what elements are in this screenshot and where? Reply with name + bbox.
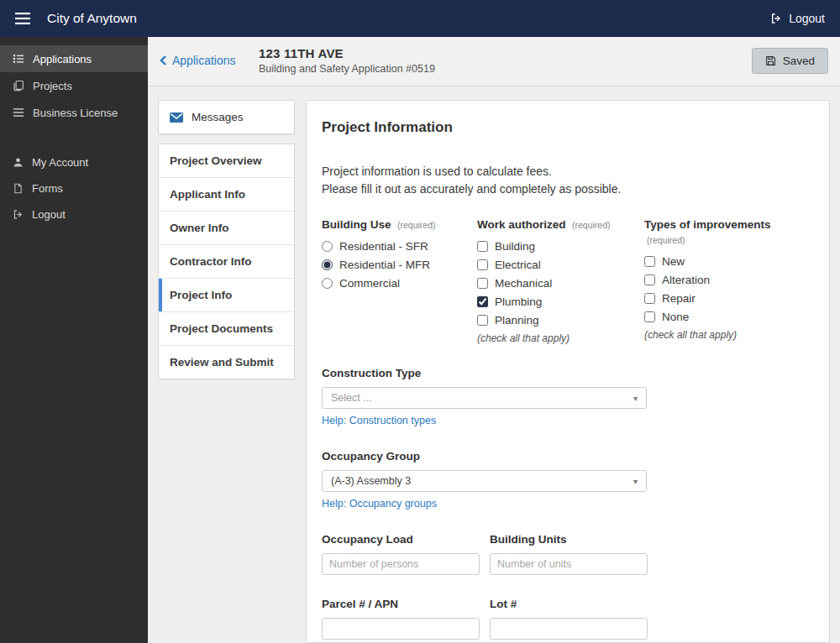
sidebar-item-business-license[interactable]: Business License bbox=[0, 99, 148, 126]
app-shell: Applications Projects Business License bbox=[0, 37, 840, 643]
sidebar-item-label: Applications bbox=[33, 54, 92, 65]
construction-type-select[interactable]: Select ... ▾ bbox=[322, 387, 647, 409]
option-label: Planning bbox=[495, 314, 539, 327]
back-link-label: Applications bbox=[172, 54, 236, 67]
required-label: (required) bbox=[647, 235, 685, 245]
sidebar-item-label: Projects bbox=[33, 81, 72, 91]
new-checkbox[interactable] bbox=[644, 256, 655, 267]
checkbox-option-none[interactable]: None bbox=[644, 311, 812, 323]
sidebar-item-projects[interactable]: Projects bbox=[0, 72, 148, 99]
application-nav: Messages Project Overview Applicant Info… bbox=[158, 100, 295, 643]
residential-sfr-radio[interactable] bbox=[322, 241, 333, 252]
building-units-label: Building Units bbox=[490, 533, 648, 546]
work-authorized-group: Work authorized (required) Building Elec… bbox=[477, 217, 644, 344]
occupancy-group-label: Occupancy Group bbox=[322, 450, 812, 463]
construction-types-help-link[interactable]: Help: Construction types bbox=[322, 415, 436, 426]
parcel-apn-field: Parcel # / APN bbox=[322, 598, 480, 640]
commercial-radio[interactable] bbox=[322, 278, 333, 289]
parcel-apn-label: Parcel # / APN bbox=[322, 598, 480, 610]
improvements-group: Types of improvements (required) New Alt… bbox=[644, 217, 812, 344]
sidebar: Applications Projects Business License bbox=[0, 37, 148, 643]
checkbox-option-building[interactable]: Building bbox=[477, 240, 644, 253]
building-use-group: Building Use (required) Residential - SF… bbox=[322, 217, 477, 344]
occupancy-groups-help-link[interactable]: Help: Occupancy groups bbox=[322, 498, 437, 510]
radio-option-residential-sfr[interactable]: Residential - SFR bbox=[322, 240, 477, 253]
occupancy-group-section: Occupancy Group (A-3) Assembly 3 ▾ Help:… bbox=[322, 450, 812, 510]
document-icon bbox=[13, 183, 24, 194]
radio-option-commercial[interactable]: Commercial bbox=[322, 277, 477, 290]
intro-line: Project information is used to calculate… bbox=[322, 163, 812, 180]
option-label: Plumbing bbox=[495, 295, 542, 308]
panel-title: Project Information bbox=[322, 119, 812, 136]
sidebar-item-logout[interactable]: Logout bbox=[0, 201, 148, 227]
page-header: Applications 123 11TH AVE Building and S… bbox=[148, 37, 840, 86]
caret-down-icon: ▾ bbox=[633, 477, 638, 486]
nav-item-owner-info[interactable]: Owner Info bbox=[159, 212, 294, 245]
radio-option-residential-mfr[interactable]: Residential - MFR bbox=[322, 259, 477, 271]
messages-button[interactable]: Messages bbox=[158, 100, 295, 134]
main-area: Applications 123 11TH AVE Building and S… bbox=[148, 37, 840, 643]
nav-item-project-overview[interactable]: Project Overview bbox=[159, 144, 294, 178]
nav-item-project-documents[interactable]: Project Documents bbox=[159, 312, 294, 346]
repair-checkbox[interactable] bbox=[644, 293, 655, 304]
residential-mfr-radio[interactable] bbox=[322, 259, 333, 270]
menu-icon[interactable] bbox=[15, 13, 30, 24]
projects-icon bbox=[13, 80, 24, 91]
building-use-label: Building Use (required) bbox=[322, 217, 477, 232]
option-label: New bbox=[662, 255, 685, 268]
select-placeholder: Select ... bbox=[331, 392, 372, 404]
checkbox-option-plumbing[interactable]: Plumbing bbox=[477, 295, 644, 308]
work-authorized-label: Work authorized (required) bbox=[477, 217, 644, 232]
none-checkbox[interactable] bbox=[644, 311, 655, 322]
page-title: 123 11TH AVE bbox=[259, 46, 435, 60]
checkbox-option-planning[interactable]: Planning bbox=[477, 314, 644, 327]
option-label: Alteration bbox=[662, 274, 710, 286]
alteration-checkbox[interactable] bbox=[644, 274, 655, 285]
plumbing-checkbox[interactable] bbox=[477, 296, 488, 307]
sidebar-item-label: Business License bbox=[33, 107, 118, 118]
occupancy-load-units-row: Occupancy Load Building Units bbox=[322, 533, 812, 575]
option-label: Mechanical bbox=[495, 277, 552, 290]
topbar-logout-button[interactable]: Logout bbox=[770, 12, 825, 25]
parcel-apn-input[interactable] bbox=[322, 618, 480, 640]
occupancy-load-label: Occupancy Load bbox=[322, 533, 480, 546]
electrical-checkbox[interactable] bbox=[477, 259, 488, 270]
nav-item-applicant-info[interactable]: Applicant Info bbox=[159, 178, 294, 212]
checkbox-option-new[interactable]: New bbox=[644, 255, 812, 268]
option-label: Electrical bbox=[495, 259, 541, 271]
check-all-note: (check all that apply) bbox=[644, 329, 812, 341]
checkbox-option-electrical[interactable]: Electrical bbox=[477, 259, 644, 271]
caret-down-icon: ▾ bbox=[633, 394, 638, 403]
required-label: (required) bbox=[572, 220, 611, 230]
checkbox-option-mechanical[interactable]: Mechanical bbox=[477, 277, 644, 290]
checkbox-option-alteration[interactable]: Alteration bbox=[644, 274, 812, 286]
improvements-label: Types of improvements (required) bbox=[644, 217, 812, 247]
nav-item-review-and-submit[interactable]: Review and Submit bbox=[159, 346, 294, 379]
mechanical-checkbox[interactable] bbox=[477, 278, 488, 289]
sidebar-item-my-account[interactable]: My Account bbox=[0, 149, 148, 175]
planning-checkbox[interactable] bbox=[477, 315, 488, 326]
messages-label: Messages bbox=[192, 111, 244, 123]
back-to-applications-link[interactable]: Applications bbox=[160, 54, 237, 67]
nav-item-project-info[interactable]: Project Info bbox=[159, 279, 294, 312]
checkbox-option-repair[interactable]: Repair bbox=[644, 292, 812, 305]
options-section: Building Use (required) Residential - SF… bbox=[322, 217, 812, 344]
title-block: 123 11TH AVE Building and Safety Applica… bbox=[259, 46, 435, 75]
applications-icon bbox=[13, 53, 24, 65]
sidebar-item-forms[interactable]: Forms bbox=[0, 175, 148, 201]
sidebar-item-label: Forms bbox=[32, 183, 63, 194]
sidebar-item-applications[interactable]: Applications bbox=[0, 45, 148, 72]
topbar: City of Anytown Logout bbox=[0, 0, 840, 37]
option-label: Commercial bbox=[339, 277, 400, 290]
lot-input[interactable] bbox=[490, 618, 648, 640]
occupancy-load-input[interactable] bbox=[322, 553, 480, 575]
intro-line: Please fill it out as accurately and com… bbox=[322, 180, 812, 198]
logout-icon bbox=[13, 209, 24, 220]
saved-button[interactable]: Saved bbox=[752, 48, 828, 74]
nav-item-contractor-info[interactable]: Contractor Info bbox=[159, 245, 294, 279]
chevron-left-icon bbox=[160, 55, 166, 65]
occupancy-group-select[interactable]: (A-3) Assembly 3 ▾ bbox=[322, 470, 647, 492]
sidebar-divider bbox=[0, 126, 148, 149]
building-units-input[interactable] bbox=[490, 553, 648, 575]
building-checkbox[interactable] bbox=[477, 241, 488, 252]
